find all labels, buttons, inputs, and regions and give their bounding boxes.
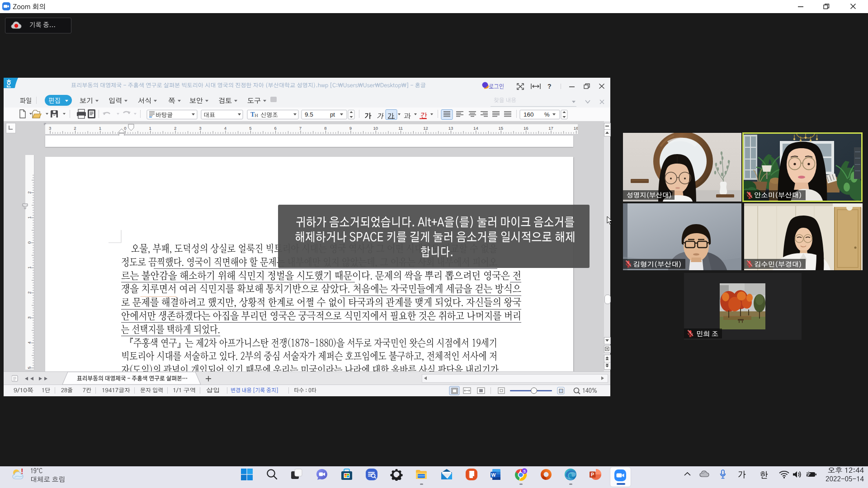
svg-text:%: % [544, 111, 550, 118]
svg-text:18: 18 [574, 126, 578, 131]
svg-text:2: 2 [174, 126, 176, 131]
svg-text:H: H [255, 113, 258, 118]
svg-text:0: 0 [27, 241, 32, 244]
svg-text:2: 2 [27, 291, 32, 294]
svg-text:4: 4 [27, 342, 32, 344]
svg-text:1: 1 [27, 267, 32, 269]
svg-text:10: 10 [373, 126, 378, 131]
svg-text:pt: pt [330, 111, 335, 118]
svg-text:9: 9 [349, 126, 352, 131]
svg-text:P: P [591, 472, 594, 477]
svg-text:15: 15 [499, 126, 504, 131]
svg-text:4: 4 [224, 126, 226, 131]
svg-text:3: 3 [49, 126, 51, 131]
svg-text:7: 7 [299, 126, 302, 131]
svg-text:14: 14 [473, 126, 478, 131]
svg-text:13: 13 [448, 126, 453, 131]
svg-text:3: 3 [27, 316, 32, 319]
svg-text:17: 17 [548, 126, 553, 131]
svg-text:16: 16 [524, 126, 528, 131]
svg-text:W: W [491, 472, 496, 478]
svg-text:12: 12 [423, 126, 428, 131]
svg-text:1: 1 [99, 126, 101, 131]
svg-text:11: 11 [398, 126, 403, 131]
svg-text:8: 8 [324, 126, 326, 131]
svg-text:9.5: 9.5 [305, 111, 313, 118]
svg-text:6: 6 [274, 126, 276, 131]
svg-text:1: 1 [149, 126, 151, 131]
svg-text:!: ! [21, 468, 24, 476]
svg-text:S: S [397, 475, 401, 481]
svg-text:3: 3 [199, 126, 201, 131]
svg-text:2: 2 [74, 126, 76, 131]
svg-text:5: 5 [249, 126, 251, 131]
svg-text:S: S [523, 469, 526, 474]
svg-text:160: 160 [524, 111, 534, 118]
svg-text:1: 1 [27, 216, 32, 219]
svg-text:2: 2 [27, 191, 32, 193]
svg-text:5: 5 [27, 366, 32, 369]
